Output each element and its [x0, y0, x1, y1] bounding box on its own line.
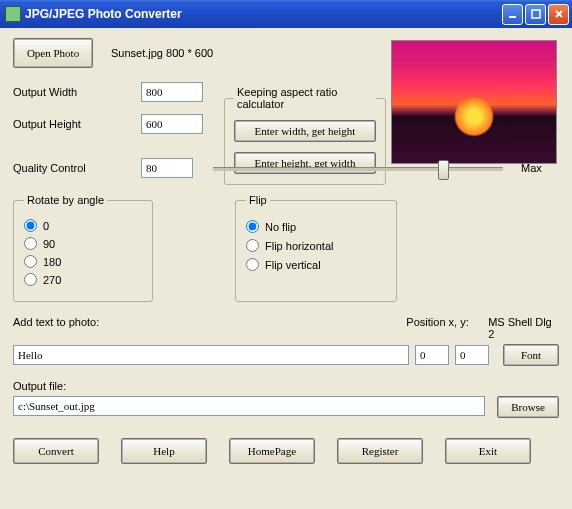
window-title: JPG/JPEG Photo Converter — [25, 7, 502, 21]
flip-vertical-radio[interactable] — [246, 258, 259, 271]
exit-button[interactable]: Exit — [445, 438, 531, 464]
flip-group: Flip No flip Flip horizontal Flip vertic… — [235, 194, 397, 302]
minimize-button[interactable] — [502, 4, 523, 25]
output-height-label: Output Height — [13, 118, 141, 130]
quality-label: Quality Control — [13, 162, 141, 174]
rotate-270-label: 270 — [43, 274, 61, 286]
flip-none-label: No flip — [265, 221, 296, 233]
flip-horizontal-label: Flip horizontal — [265, 240, 333, 252]
flip-none-radio[interactable] — [246, 220, 259, 233]
open-photo-button[interactable]: Open Photo — [13, 38, 93, 68]
close-button[interactable] — [548, 4, 569, 25]
add-text-label: Add text to photo: — [13, 316, 406, 340]
font-button[interactable]: Font — [503, 344, 559, 366]
flip-vertical-label: Flip vertical — [265, 259, 321, 271]
rotate-0-radio[interactable] — [24, 219, 37, 232]
homepage-button[interactable]: HomePage — [229, 438, 315, 464]
rotate-180-radio[interactable] — [24, 255, 37, 268]
output-file-input[interactable] — [13, 396, 485, 416]
rotate-90-radio[interactable] — [24, 237, 37, 250]
svg-rect-1 — [532, 10, 540, 18]
help-button[interactable]: Help — [121, 438, 207, 464]
position-x-input[interactable] — [415, 345, 449, 365]
output-file-label: Output file: — [13, 380, 559, 392]
rotate-legend: Rotate by angle — [24, 194, 107, 206]
photo-preview — [391, 40, 557, 164]
content-area: Open Photo Sunset.jpg 800 * 600 Output W… — [0, 28, 572, 509]
output-width-input[interactable] — [141, 82, 203, 102]
calc-height-button[interactable]: Enter width, get height — [234, 120, 376, 142]
rotate-180-label: 180 — [43, 256, 61, 268]
quality-input[interactable] — [141, 158, 193, 178]
rotate-group: Rotate by angle 0 90 180 270 — [13, 194, 153, 302]
register-button[interactable]: Register — [337, 438, 423, 464]
rotate-90-label: 90 — [43, 238, 55, 250]
maximize-button[interactable] — [525, 4, 546, 25]
slider-thumb[interactable] — [438, 160, 449, 180]
quality-slider[interactable] — [213, 158, 503, 178]
flip-legend: Flip — [246, 194, 270, 206]
position-label: Position x, y: — [406, 316, 488, 340]
position-y-input[interactable] — [455, 345, 489, 365]
font-name-label: MS Shell Dlg 2 — [488, 316, 559, 340]
convert-button[interactable]: Convert — [13, 438, 99, 464]
rotate-270-radio[interactable] — [24, 273, 37, 286]
svg-rect-0 — [509, 16, 516, 18]
aspect-legend: Keeping aspect ratio calculator — [234, 86, 376, 110]
app-icon — [5, 6, 21, 22]
browse-button[interactable]: Browse — [497, 396, 559, 418]
add-text-input[interactable] — [13, 345, 409, 365]
window-controls — [502, 4, 569, 25]
titlebar: JPG/JPEG Photo Converter — [0, 0, 572, 28]
flip-horizontal-radio[interactable] — [246, 239, 259, 252]
current-file-label: Sunset.jpg 800 * 600 — [111, 47, 213, 59]
output-width-label: Output Width — [13, 86, 141, 98]
output-height-input[interactable] — [141, 114, 203, 134]
rotate-0-label: 0 — [43, 220, 49, 232]
